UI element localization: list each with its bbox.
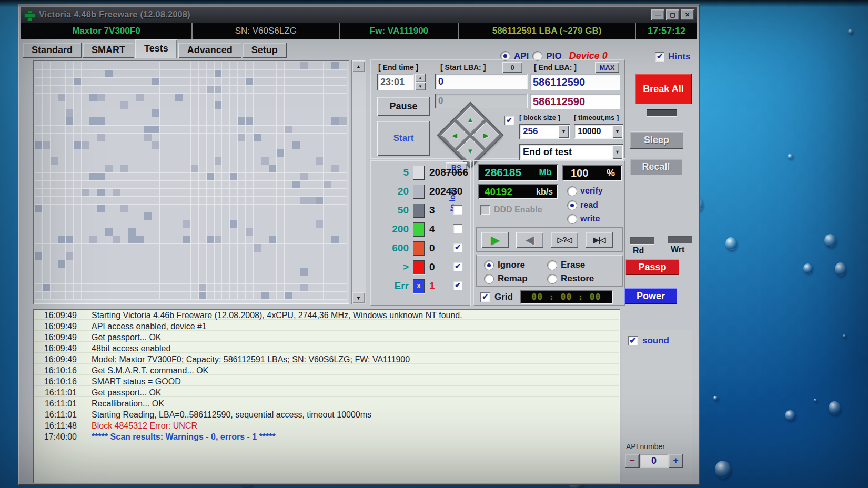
scan-cell bbox=[300, 236, 308, 244]
erase-radio[interactable] bbox=[548, 261, 557, 270]
skip-button[interactable]: ▶|◁ bbox=[586, 232, 613, 248]
to-log-checkbox[interactable] bbox=[453, 205, 462, 215]
scroll-down-icon[interactable]: ▼ bbox=[352, 292, 365, 303]
scan-cell bbox=[285, 220, 292, 228]
scan-cell bbox=[324, 236, 331, 244]
scan-cell bbox=[215, 189, 223, 197]
ignore-radio[interactable] bbox=[485, 261, 493, 270]
scan-cell bbox=[292, 78, 300, 86]
power-button[interactable]: Power bbox=[624, 288, 677, 304]
scan-cell bbox=[331, 228, 339, 236]
log-panel[interactable]: 16:09:49Starting Victoria 4.46b Freeware… bbox=[33, 309, 620, 483]
read-radio[interactable] bbox=[568, 201, 577, 210]
rewind-button[interactable]: ◀ bbox=[516, 232, 543, 248]
ddd-checkbox[interactable] bbox=[480, 205, 490, 215]
play-button[interactable]: ▶ bbox=[481, 232, 509, 248]
to-log-checkbox[interactable] bbox=[453, 243, 462, 252]
scan-cell bbox=[66, 236, 74, 244]
end-time-value[interactable]: 23:01 bbox=[377, 74, 414, 90]
to-log-checkbox[interactable] bbox=[453, 224, 462, 233]
scan-cell bbox=[230, 94, 238, 101]
scan-cell bbox=[51, 292, 58, 300]
scan-cell bbox=[51, 86, 58, 94]
scan-cell bbox=[269, 244, 277, 252]
tab-setup[interactable]: Setup bbox=[243, 43, 287, 58]
scan-cell bbox=[331, 212, 339, 220]
monitor-group: 286185 Mb 100 % 40192 kb/s DDD Enable ve… bbox=[473, 160, 625, 306]
passport-button[interactable]: Passp bbox=[625, 259, 679, 275]
scan-cell bbox=[144, 109, 152, 117]
verify-radio[interactable] bbox=[568, 187, 577, 196]
end-lba-input[interactable]: 586112590 bbox=[530, 74, 620, 90]
scan-cell bbox=[175, 236, 183, 244]
write-radio[interactable] bbox=[568, 215, 577, 223]
pause-button[interactable]: Pause bbox=[377, 97, 430, 116]
api-number-plus-button[interactable]: + bbox=[669, 454, 683, 468]
dropdown-icon[interactable]: ▼ bbox=[559, 125, 569, 138]
tab-smart[interactable]: SMART bbox=[83, 43, 134, 58]
scan-cell bbox=[43, 260, 51, 268]
sleep-button[interactable]: Sleep bbox=[630, 131, 683, 149]
tab-tests[interactable]: Tests bbox=[135, 39, 177, 58]
tab-standard[interactable]: Standard bbox=[23, 43, 82, 58]
spin-down-icon[interactable]: ▼ bbox=[415, 82, 426, 90]
scan-cell bbox=[120, 220, 128, 228]
scan-cell bbox=[238, 284, 246, 292]
scan-cell bbox=[222, 228, 230, 236]
to-log-checkbox[interactable] bbox=[453, 281, 462, 290]
scan-cell bbox=[113, 126, 121, 134]
scan-cell bbox=[105, 94, 113, 101]
log-message: API access enabled, device #1 bbox=[83, 322, 207, 331]
speed-value: 40192 bbox=[479, 186, 512, 198]
scan-question-button[interactable]: ▷?◁ bbox=[551, 232, 578, 248]
scan-cell bbox=[207, 205, 215, 212]
start-button[interactable]: Start bbox=[377, 121, 430, 156]
minimize-button[interactable]: — bbox=[651, 9, 664, 20]
scan-cell bbox=[199, 157, 207, 165]
scan-cell bbox=[308, 181, 316, 189]
hints-checkbox[interactable] bbox=[655, 52, 664, 62]
grid-checkbox[interactable] bbox=[480, 292, 490, 302]
loop-checkbox[interactable] bbox=[504, 116, 514, 125]
dropdown-icon[interactable]: ▼ bbox=[612, 125, 622, 138]
scan-cell bbox=[261, 134, 269, 141]
block-size-select[interactable]: 256 ▼ bbox=[519, 124, 570, 139]
sound-checkbox[interactable] bbox=[628, 336, 638, 345]
scan-scrollbar[interactable]: ▲ ▼ bbox=[351, 60, 366, 304]
scan-cell bbox=[58, 205, 66, 212]
scan-cell bbox=[66, 101, 74, 109]
scan-cell bbox=[199, 94, 207, 101]
end-of-test-select[interactable]: End of test ▼ bbox=[519, 144, 623, 160]
tab-advanced[interactable]: Advanced bbox=[178, 43, 241, 58]
break-all-button[interactable]: Break All bbox=[635, 74, 692, 104]
scan-cell bbox=[51, 134, 58, 141]
max-button[interactable]: MAX bbox=[595, 62, 619, 73]
recall-button[interactable]: Recall bbox=[630, 159, 682, 175]
end-time-spinner[interactable]: 23:01 ▲ ▼ bbox=[377, 74, 426, 90]
maximize-button[interactable]: ▢ bbox=[666, 9, 679, 20]
misc-panel: sound API number − 0 + bbox=[622, 330, 692, 484]
scan-cell bbox=[175, 220, 183, 228]
app-icon bbox=[24, 10, 34, 20]
scan-cell bbox=[269, 78, 277, 86]
scan-cell bbox=[230, 62, 238, 70]
scan-cell bbox=[238, 228, 246, 236]
scan-cell bbox=[152, 70, 160, 78]
scroll-up-icon[interactable]: ▲ bbox=[352, 60, 365, 72]
timing-count: 2087066 bbox=[429, 167, 468, 178]
dropdown-icon[interactable]: ▼ bbox=[612, 145, 622, 159]
start-lba-input[interactable]: 0 bbox=[435, 74, 528, 89]
scan-cell bbox=[238, 220, 246, 228]
restore-radio[interactable] bbox=[548, 274, 557, 283]
scan-cell bbox=[285, 141, 292, 149]
spin-up-icon[interactable]: ▲ bbox=[415, 74, 426, 82]
start-lba-zero-button[interactable]: 0 bbox=[502, 62, 522, 73]
to-log-checkbox[interactable] bbox=[453, 262, 462, 271]
scan-cell bbox=[246, 181, 254, 189]
timeout-select[interactable]: 10000 ▼ bbox=[574, 124, 623, 139]
scan-cell bbox=[300, 101, 308, 109]
scan-cell bbox=[136, 101, 144, 109]
close-button[interactable]: ✕ bbox=[681, 9, 694, 20]
remap-radio[interactable] bbox=[485, 274, 493, 283]
api-number-minus-button[interactable]: − bbox=[625, 454, 639, 468]
